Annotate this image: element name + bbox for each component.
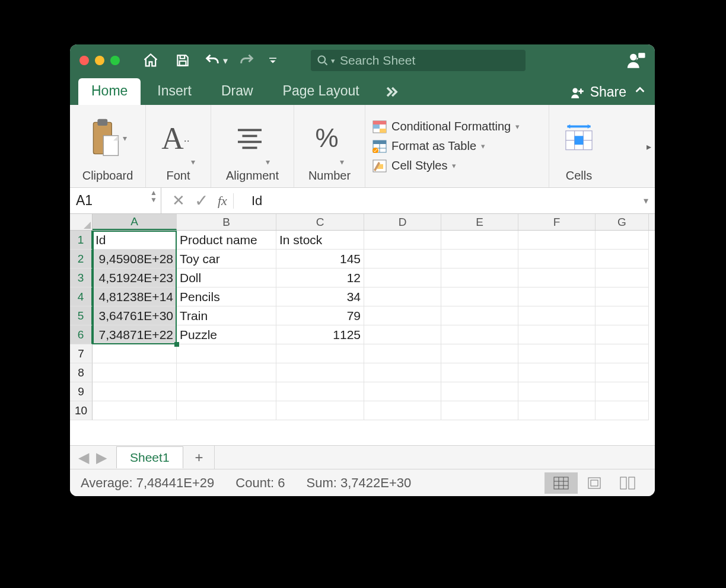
share-button[interactable]: Share xyxy=(570,84,626,105)
cell[interactable] xyxy=(276,401,364,420)
cell[interactable] xyxy=(596,401,649,420)
cell[interactable] xyxy=(93,344,177,363)
cell[interactable] xyxy=(518,231,596,250)
cell[interactable] xyxy=(364,363,441,382)
cell[interactable]: 34 xyxy=(276,287,364,306)
cell[interactable]: Doll xyxy=(177,269,276,287)
cell[interactable]: 4,51924E+23 xyxy=(93,269,177,287)
cell[interactable]: 145 xyxy=(276,250,364,269)
cell[interactable] xyxy=(596,382,649,401)
name-box[interactable]: A1 ▲ ▼ xyxy=(70,188,161,213)
cell[interactable] xyxy=(441,363,518,382)
ribbon-group-number[interactable]: %▾ Number xyxy=(294,105,365,187)
cell[interactable] xyxy=(364,344,441,363)
cell[interactable] xyxy=(441,287,518,306)
cell[interactable]: 12 xyxy=(276,269,364,287)
col-header-e[interactable]: E xyxy=(441,214,518,230)
cell[interactable] xyxy=(364,325,441,344)
cell[interactable] xyxy=(276,344,364,363)
cell[interactable] xyxy=(596,250,649,269)
cell[interactable] xyxy=(177,363,276,382)
cell[interactable] xyxy=(518,287,596,306)
cell-styles-button[interactable]: Cell Styles ▾ xyxy=(372,159,542,172)
cell[interactable]: 3,64761E+30 xyxy=(93,306,177,325)
sheet-nav-prev-icon[interactable]: ◀ xyxy=(75,449,93,466)
cell[interactable]: Pencils xyxy=(177,287,276,306)
cell[interactable]: In stock xyxy=(276,231,364,250)
row-header[interactable]: 3 xyxy=(70,269,93,287)
cell[interactable] xyxy=(364,382,441,401)
row-header[interactable]: 8 xyxy=(70,363,93,382)
cell[interactable] xyxy=(364,250,441,269)
cell[interactable] xyxy=(518,382,596,401)
col-header-b[interactable]: B xyxy=(177,214,276,230)
cell[interactable] xyxy=(364,401,441,420)
cell[interactable] xyxy=(518,306,596,325)
cell[interactable]: Toy car xyxy=(177,250,276,269)
grid-body[interactable]: 1 Id Product name In stock 2 9,45908E+28… xyxy=(70,231,655,445)
cell[interactable] xyxy=(93,401,177,420)
formula-expand-icon[interactable]: ▾ xyxy=(637,188,655,213)
row-header[interactable]: 6 xyxy=(70,325,93,344)
cell[interactable]: 79 xyxy=(276,306,364,325)
account-icon[interactable] xyxy=(624,49,648,72)
row-header[interactable]: 7 xyxy=(70,344,93,363)
tab-home[interactable]: Home xyxy=(78,78,141,105)
cell[interactable] xyxy=(596,287,649,306)
tab-insert[interactable]: Insert xyxy=(144,78,205,105)
page-layout-view-icon[interactable] xyxy=(578,472,611,494)
cell[interactable] xyxy=(518,363,596,382)
cell[interactable] xyxy=(364,269,441,287)
ribbon-group-alignment[interactable]: ▾ Alignment xyxy=(211,105,294,187)
collapse-ribbon-icon[interactable] xyxy=(633,84,647,99)
cell[interactable]: Train xyxy=(177,306,276,325)
cell[interactable] xyxy=(441,269,518,287)
sheet-nav-next-icon[interactable]: ▶ xyxy=(93,449,110,466)
col-header-d[interactable]: D xyxy=(364,214,441,230)
undo-dropdown-icon[interactable]: ▾ xyxy=(223,55,228,66)
tabs-overflow-icon[interactable] xyxy=(376,79,407,105)
cell[interactable]: 9,45908E+28 xyxy=(93,250,177,269)
formula-input[interactable] xyxy=(247,188,637,213)
add-sheet-button[interactable]: + xyxy=(184,446,215,469)
cell[interactable] xyxy=(596,306,649,325)
ribbon-overflow-icon[interactable]: ▸ xyxy=(647,140,651,152)
row-header[interactable]: 5 xyxy=(70,306,93,325)
conditional-formatting-button[interactable]: Conditional Formatting ▾ xyxy=(372,120,542,133)
cell[interactable] xyxy=(518,250,596,269)
cell[interactable] xyxy=(518,325,596,344)
cell[interactable] xyxy=(441,344,518,363)
normal-view-icon[interactable] xyxy=(544,472,578,494)
cell[interactable] xyxy=(441,401,518,420)
zoom-window-button[interactable] xyxy=(110,56,120,65)
col-header-a[interactable]: A xyxy=(93,214,177,230)
cell[interactable] xyxy=(441,231,518,250)
cell[interactable] xyxy=(441,382,518,401)
ribbon-group-clipboard[interactable]: ▾ Clipboard xyxy=(70,105,146,187)
cell[interactable]: Product name xyxy=(177,231,276,250)
cell[interactable] xyxy=(518,269,596,287)
home-icon[interactable] xyxy=(140,50,161,71)
cell[interactable] xyxy=(364,306,441,325)
cell[interactable] xyxy=(364,287,441,306)
row-header[interactable]: 1 xyxy=(70,231,93,250)
cell[interactable] xyxy=(276,363,364,382)
fx-icon[interactable]: fx xyxy=(218,193,234,209)
tab-draw[interactable]: Draw xyxy=(208,78,266,105)
cell[interactable]: Id xyxy=(93,231,177,250)
cell[interactable] xyxy=(276,382,364,401)
row-header[interactable]: 9 xyxy=(70,382,93,401)
cell[interactable] xyxy=(518,344,596,363)
col-header-g[interactable]: G xyxy=(596,214,649,230)
search-dropdown-icon[interactable]: ▾ xyxy=(331,56,335,65)
tab-page-layout[interactable]: Page Layout xyxy=(270,78,372,105)
cell[interactable] xyxy=(596,344,649,363)
cell[interactable]: 4,81238E+14 xyxy=(93,287,177,306)
close-window-button[interactable] xyxy=(79,56,89,65)
qat-customize-icon[interactable] xyxy=(266,50,280,71)
row-header[interactable]: 2 xyxy=(70,250,93,269)
ribbon-group-font[interactable]: A..▾ Font xyxy=(146,105,211,187)
select-all-corner[interactable] xyxy=(70,214,93,230)
format-as-table-button[interactable]: Format as Table ▾ xyxy=(372,139,542,153)
cell[interactable] xyxy=(596,325,649,344)
